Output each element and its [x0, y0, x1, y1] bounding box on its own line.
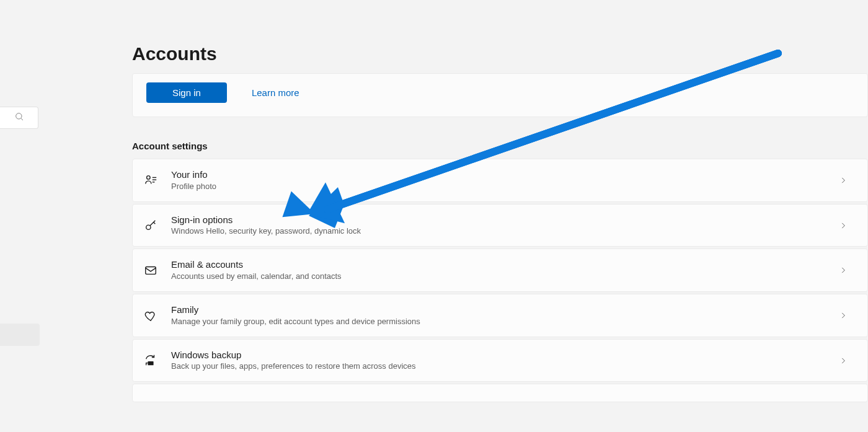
settings-item-your-info[interactable]: Your info Profile photo: [132, 159, 868, 202]
learn-more-link[interactable]: Learn more: [252, 87, 299, 98]
settings-item-signin-options[interactable]: Sign-in options Windows Hello, security …: [132, 204, 868, 247]
settings-item-windows-backup[interactable]: Windows backup Back up your files, apps,…: [132, 339, 868, 382]
item-subtitle: Profile photo: [171, 181, 839, 192]
signin-button[interactable]: Sign in: [146, 82, 227, 103]
item-title: Sign-in options: [171, 214, 839, 226]
search-icon: [14, 112, 24, 124]
chevron-right-icon: [839, 266, 848, 275]
chevron-right-icon: [839, 176, 848, 185]
backup-icon: [144, 354, 171, 368]
item-title: Family: [171, 304, 839, 316]
item-title: Windows backup: [171, 349, 839, 361]
svg-line-1: [21, 118, 23, 120]
search-button[interactable]: [0, 107, 38, 129]
key-icon: [144, 219, 171, 232]
signin-banner: Sign in Learn more: [132, 73, 868, 117]
chevron-right-icon: [839, 311, 848, 320]
settings-item-cutoff[interactable]: [132, 384, 868, 402]
section-header-account-settings: Account settings: [132, 141, 868, 151]
settings-item-email-accounts[interactable]: Email & accounts Accounts used by email,…: [132, 249, 868, 292]
item-title: Your info: [171, 169, 839, 181]
sidebar-selected-item[interactable]: [0, 324, 40, 346]
svg-point-6: [146, 225, 151, 229]
svg-line-8: [154, 222, 156, 224]
item-title: Email & accounts: [171, 258, 839, 271]
person-list-icon: [144, 174, 171, 187]
settings-list: Your info Profile photo Sign-in options …: [132, 159, 868, 402]
settings-item-family[interactable]: Family Manage your family group, edit ac…: [132, 294, 868, 337]
item-subtitle: Back up your files, apps, preferences to…: [171, 361, 839, 372]
svg-rect-9: [146, 267, 156, 275]
item-subtitle: Windows Hello, security key, password, d…: [171, 226, 839, 237]
svg-point-0: [16, 113, 21, 119]
mail-icon: [144, 263, 171, 277]
item-subtitle: Accounts used by email, calendar, and co…: [171, 271, 839, 282]
family-icon: [144, 309, 171, 322]
chevron-right-icon: [839, 221, 848, 230]
page-title: Accounts: [132, 43, 868, 64]
svg-rect-10: [148, 361, 153, 365]
chevron-right-icon: [839, 356, 848, 365]
item-subtitle: Manage your family group, edit account t…: [171, 316, 839, 327]
svg-point-2: [147, 176, 151, 180]
